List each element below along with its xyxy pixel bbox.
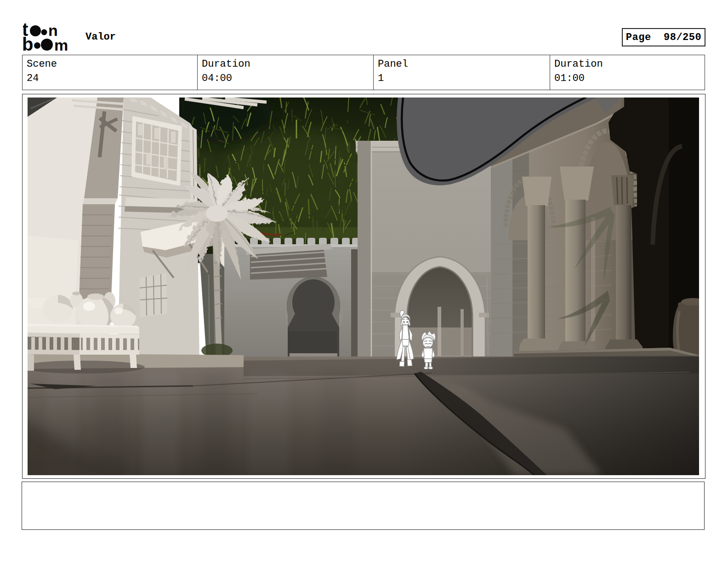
svg-text:m: m — [54, 36, 68, 52]
svg-text:b: b — [23, 34, 33, 52]
